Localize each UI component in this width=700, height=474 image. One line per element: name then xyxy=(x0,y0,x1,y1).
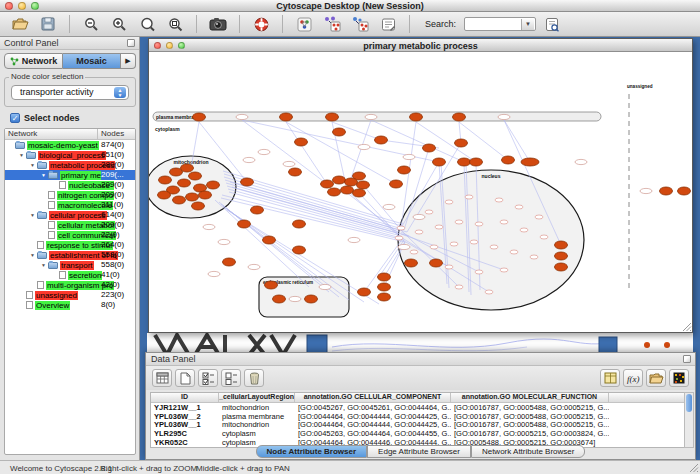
gene-node xyxy=(243,157,255,162)
tab-mosaic[interactable]: Mosaic xyxy=(63,53,121,69)
vizmapper-icon[interactable] xyxy=(292,14,316,35)
network-window-title: primary metabolic process xyxy=(149,41,692,51)
table-row[interactable]: YJR121W__1mitochondrion[GO:0045267, GO:0… xyxy=(151,403,692,412)
table-column-header[interactable]: annotation.GO MOLECULAR_FUNCTION xyxy=(451,393,609,402)
table-row[interactable]: YLR295Ccytoplasm[GO:0045263, GO:0044464,… xyxy=(151,429,692,438)
gene-node-highlighted xyxy=(207,181,220,189)
gene-node xyxy=(218,239,230,244)
tree-column-network[interactable]: Network xyxy=(5,129,98,139)
tree-row[interactable]: ▼metabolic process280(0) xyxy=(5,160,135,170)
app-resize-grip-icon[interactable] xyxy=(688,462,699,473)
zoom-selected-icon[interactable] xyxy=(163,14,187,35)
tree-expand-icon[interactable]: ▼ xyxy=(30,162,37,168)
save-icon[interactable] xyxy=(36,14,60,35)
delete-attribute-icon[interactable] xyxy=(244,369,264,387)
attribute-table-header[interactable]: ID_cellularLayoutRegionannotation.GO CEL… xyxy=(151,393,692,403)
tab-overflow-arrow-icon[interactable]: ▶ xyxy=(121,53,136,69)
select-nodes-checkbox[interactable]: ✓ xyxy=(10,113,20,123)
zoom-out-icon[interactable] xyxy=(79,14,103,35)
tree-row[interactable]: nucleobase-209(0) xyxy=(5,180,135,190)
search-dropdown-icon[interactable]: ▼ xyxy=(521,19,534,30)
attribute-grid-icon[interactable] xyxy=(152,369,172,387)
import-table-icon[interactable] xyxy=(600,369,620,387)
tree-column-nodes[interactable]: Nodes xyxy=(98,129,135,139)
gene-node xyxy=(403,154,415,159)
tree-header[interactable]: Network Nodes xyxy=(5,129,135,140)
network-canvas[interactable]: plasma membranecytoplasmmitochondrionnuc… xyxy=(149,52,692,332)
table-column-header[interactable]: _cellularLayoutRegion xyxy=(219,393,295,402)
table-column-header[interactable]: ID xyxy=(151,393,219,402)
table-column-header[interactable]: annotation.GO CELLULAR_COMPONENT xyxy=(295,393,451,402)
tree-row[interactable]: unassigned223(0) xyxy=(5,290,135,300)
gene-node-highlighted xyxy=(173,196,186,204)
tree-row[interactable]: mosaic-demo-yeast874(0) xyxy=(5,140,135,150)
new-attribute-icon[interactable] xyxy=(175,369,195,387)
tree-row[interactable]: macromolecule311(0) xyxy=(5,200,135,210)
node-color-select[interactable]: transporter activity ▲▼ xyxy=(11,85,129,100)
tab-network[interactable]: Network xyxy=(4,53,63,69)
tree-expand-icon[interactable]: ▼ xyxy=(19,152,26,158)
annotation-icon[interactable] xyxy=(376,14,400,35)
tree-row[interactable]: nitrogen compo209(0) xyxy=(5,190,135,200)
search-text-field[interactable] xyxy=(465,18,521,30)
gene-node-highlighted xyxy=(263,236,276,244)
unselect-attributes-icon[interactable] xyxy=(221,369,241,387)
data-panel-float-icon[interactable] xyxy=(683,355,691,363)
tree-row[interactable]: multi-organism pro42(0) xyxy=(5,280,135,290)
tree-row[interactable]: ▼transport558(0) xyxy=(5,260,135,270)
open-icon[interactable] xyxy=(8,14,32,35)
window-resize-grip-icon[interactable] xyxy=(682,322,692,332)
gene-node-highlighted xyxy=(375,136,388,144)
layout-transform-icon[interactable] xyxy=(320,14,344,35)
search-config-icon[interactable] xyxy=(540,14,564,35)
tab-network-attribute-browser[interactable]: Network Attribute Browser xyxy=(471,445,585,458)
search-input[interactable]: ▼ xyxy=(464,17,536,31)
float-panel-icon[interactable] xyxy=(127,39,135,47)
table-row[interactable]: YPL036W__2plasma membrane[GO:0044464, GO… xyxy=(151,412,692,421)
attribute-table[interactable]: ID_cellularLayoutRegionannotation.GO CEL… xyxy=(150,392,693,448)
gene-node-highlighted xyxy=(353,189,366,197)
snapshot-icon[interactable] xyxy=(206,14,230,35)
tree-row-label: cellular process xyxy=(49,211,107,220)
file-icon xyxy=(37,281,44,289)
gene-node-highlighted xyxy=(341,186,354,194)
help-ring-icon[interactable] xyxy=(249,14,273,35)
tab-edge-attribute-browser[interactable]: Edge Attribute Browser xyxy=(367,445,471,458)
network-window-titlebar[interactable]: primary metabolic process xyxy=(149,39,692,52)
compartment-label: mitochondrion xyxy=(174,159,209,165)
matrix-icon[interactable] xyxy=(669,369,689,387)
network-tree-panel: Network Nodes mosaic-demo-yeast874(0)▼bi… xyxy=(4,128,136,455)
tree-expand-icon[interactable]: ▼ xyxy=(30,212,37,218)
tab-node-attribute-browser[interactable]: Node Attribute Browser xyxy=(256,445,368,458)
gene-node-highlighted xyxy=(555,241,568,249)
tree-expand-icon[interactable]: ▼ xyxy=(41,172,48,178)
gene-node-highlighted xyxy=(678,187,691,195)
zoom-in-icon[interactable] xyxy=(107,14,131,35)
tree-expand-icon[interactable]: ▼ xyxy=(41,262,48,268)
layout-transform-alt-icon[interactable] xyxy=(348,14,372,35)
attribute-table-scrollbar[interactable] xyxy=(684,392,694,448)
tree-row[interactable]: secretion41(0) xyxy=(5,270,135,280)
select-attributes-icon[interactable] xyxy=(198,369,218,387)
tree-row[interactable]: ▼biological_process651(0) xyxy=(5,150,135,160)
tree-row[interactable]: cellular metabol209(0) xyxy=(5,220,135,230)
gene-node xyxy=(236,114,248,119)
scrollbar-thumb[interactable] xyxy=(686,394,692,412)
import-file-icon[interactable] xyxy=(646,369,666,387)
window-titlebar[interactable]: Cytoscape Desktop (New Session) xyxy=(0,0,700,12)
table-cell: mitochondrion xyxy=(219,420,295,429)
tree-row[interactable]: Overview8(0) xyxy=(5,300,135,310)
tree-row[interactable]: ▼cellular process614(0) xyxy=(5,210,135,220)
file-icon xyxy=(48,191,55,199)
network-view-window[interactable]: primary metabolic process plasma membran… xyxy=(148,38,693,333)
node-color-selection-group: Node color selection transporter activit… xyxy=(4,77,136,107)
tree-row[interactable]: ▼establishment of lo558(0) xyxy=(5,250,135,260)
tree-expand-icon[interactable]: ▼ xyxy=(30,252,37,258)
tree-row[interactable]: cell communicat22(0) xyxy=(5,230,135,240)
gene-node-small xyxy=(510,250,518,254)
tree-row[interactable]: ▼primary metabol209(... xyxy=(5,170,135,180)
table-row[interactable]: YPL036W__1mitochondrion[GO:0044464, GO:0… xyxy=(151,420,692,429)
zoom-fit-icon[interactable] xyxy=(135,14,159,35)
function-builder-icon[interactable]: f(x) xyxy=(623,369,643,387)
tree-row[interactable]: response to stimul264(0) xyxy=(5,240,135,250)
